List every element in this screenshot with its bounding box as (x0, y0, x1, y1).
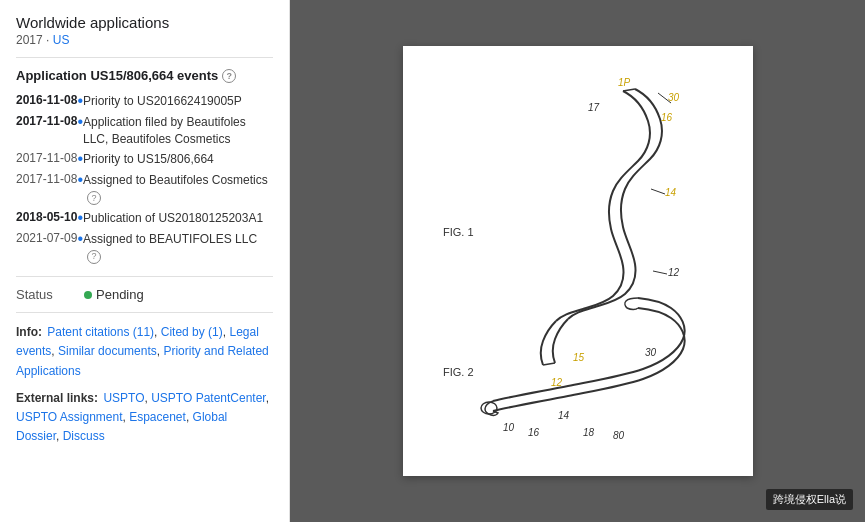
svg-text:14: 14 (665, 187, 677, 198)
help-icon-inline[interactable]: ? (87, 191, 101, 205)
status-value: Pending (84, 287, 144, 302)
application-title-text: Application US15/806,664 events (16, 68, 218, 83)
svg-text:15: 15 (573, 352, 585, 363)
info-label: Info: (16, 325, 42, 339)
watermark: 跨境侵权Ella说 (766, 489, 853, 510)
svg-text:18: 18 (583, 427, 595, 438)
info-links: Patent citations (11), Cited by (1), Leg… (16, 325, 269, 377)
info-section: Info: Patent citations (11), Cited by (1… (16, 323, 273, 381)
event-text: Assigned to Beautifoles Cosmetics? (83, 170, 273, 208)
status-dot (84, 291, 92, 299)
status-text: Pending (96, 287, 144, 302)
external-link[interactable]: USPTO (103, 391, 144, 405)
svg-text:FIG. 1: FIG. 1 (443, 226, 474, 238)
svg-text:16: 16 (528, 427, 540, 438)
event-date: 2017-11-08 (16, 112, 77, 150)
separator: , (56, 429, 63, 443)
table-row: 2018-05-10•Publication of US20180125203A… (16, 208, 273, 229)
event-text: Publication of US20180125203A1 (83, 208, 273, 229)
events-table: 2016-11-08•Priority to US201662419005P20… (16, 91, 273, 266)
svg-text:12: 12 (668, 267, 680, 278)
right-panel: FIG. 1 FIG. 2 1P 16 30 17 14 12 15 (290, 0, 865, 522)
info-link[interactable]: Similar documents (58, 344, 157, 358)
divider-3 (16, 312, 273, 313)
event-text: Assigned to BEAUTIFOLES LLC? (83, 229, 273, 267)
table-row: 2017-11-08•Assigned to Beautifoles Cosme… (16, 170, 273, 208)
external-link[interactable]: USPTO Assignment (16, 410, 123, 424)
event-text: Priority to US201662419005P (83, 91, 273, 112)
separator: , (154, 325, 161, 339)
external-label: External links: (16, 391, 98, 405)
help-icon[interactable]: ? (222, 69, 236, 83)
event-date: 2018-05-10 (16, 208, 77, 229)
svg-text:16: 16 (661, 112, 673, 123)
event-date: 2021-07-09 (16, 229, 77, 267)
table-row: 2017-11-08•Application filed by Beautifo… (16, 112, 273, 150)
left-panel: Worldwide applications 2017 · US Applica… (0, 0, 290, 522)
info-link[interactable]: Patent citations (11) (47, 325, 154, 339)
divider-1 (16, 57, 273, 58)
patent-image: FIG. 1 FIG. 2 1P 16 30 17 14 12 15 (403, 46, 753, 476)
svg-line-8 (651, 189, 665, 194)
divider-2 (16, 276, 273, 277)
external-section: External links: USPTO, USPTO PatentCente… (16, 389, 273, 447)
subtitle: 2017 · US (16, 33, 273, 47)
year-label: 2017 (16, 33, 43, 47)
country-link[interactable]: US (53, 33, 70, 47)
external-link[interactable]: Discuss (63, 429, 105, 443)
event-date: 2017-11-08 (16, 170, 77, 208)
title-section: Worldwide applications 2017 · US (16, 14, 273, 47)
external-link[interactable]: USPTO PatentCenter (151, 391, 266, 405)
svg-text:1P: 1P (618, 77, 631, 88)
svg-text:FIG. 2: FIG. 2 (443, 366, 474, 378)
svg-text:17: 17 (588, 102, 600, 113)
svg-text:80: 80 (613, 430, 625, 441)
event-text: Application filed by Beautifoles LLC, Be… (83, 112, 273, 150)
svg-line-10 (653, 271, 667, 274)
separator: , (266, 391, 269, 405)
help-icon-inline[interactable]: ? (87, 250, 101, 264)
svg-text:10: 10 (503, 422, 515, 433)
external-link[interactable]: Espacenet (129, 410, 186, 424)
table-row: 2016-11-08•Priority to US201662419005P (16, 91, 273, 112)
table-row: 2021-07-09•Assigned to BEAUTIFOLES LLC? (16, 229, 273, 267)
page-title: Worldwide applications (16, 14, 273, 31)
status-section: Status Pending (16, 287, 273, 302)
svg-text:12: 12 (551, 377, 563, 388)
event-text: Priority to US15/806,664 (83, 149, 273, 170)
event-date: 2017-11-08 (16, 149, 77, 170)
patent-drawing: FIG. 1 FIG. 2 1P 16 30 17 14 12 15 (413, 61, 743, 461)
event-date: 2016-11-08 (16, 91, 77, 112)
svg-text:30: 30 (668, 92, 680, 103)
info-link[interactable]: Cited by (1) (161, 325, 223, 339)
status-label: Status (16, 287, 76, 302)
svg-text:30: 30 (645, 347, 657, 358)
separator: , (186, 410, 193, 424)
table-row: 2017-11-08•Priority to US15/806,664 (16, 149, 273, 170)
application-section-title: Application US15/806,664 events ? (16, 68, 273, 83)
svg-text:14: 14 (558, 410, 570, 421)
